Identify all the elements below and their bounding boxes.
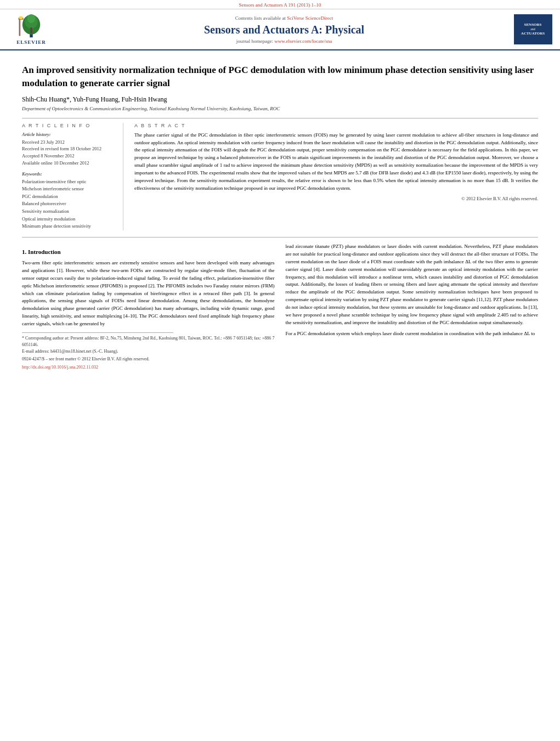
sensors-logo: SENSORS and ACTUATORS [514,14,552,44]
journal-top-bar: Sensors and Actuators A 191 (2013) 1–10 [0,0,560,9]
article-info-col: A R T I C L E I N F O Article history: R… [22,123,123,230]
body-col-left: 1. Introduction Two-arm fiber optic inte… [22,243,275,371]
abstract-heading: A B S T R A C T [134,123,538,128]
footnote-star: * Corresponding author at: Present addre… [22,335,275,348]
abstract-text: The phase carrier signal of the PGC demo… [134,132,538,193]
journal-banner: ELSEVIER Contents lists available at Sci… [0,9,560,50]
received-revised-date: Received in revised form 18 October 2012 [22,145,116,152]
footnote-divider [22,332,173,333]
contents-line: Contents lists available at SciVerse Sci… [235,15,333,21]
info-abstract-row: A R T I C L E I N F O Article history: R… [22,123,538,230]
journal-homepage: journal homepage: www.elsevier.com/locat… [236,38,332,44]
abstract-col: A B S T R A C T The phase carrier signal… [134,123,538,230]
history-label: Article history: [22,132,116,137]
body-col2-para1: lead zirconate titanate (PZT) phase modu… [286,243,539,327]
keywords-section: Keywords: Polarization-insensitive fiber… [22,171,116,230]
keywords-label: Keywords: [22,171,116,177]
received-date: Received 23 July 2012 [22,139,116,146]
keyword-5: Sensitivity normalization [22,208,116,216]
body-col-right: lead zirconate titanate (PZT) phase modu… [286,243,539,371]
svg-rect-4 [30,27,32,33]
divider-1 [22,118,538,118]
paper-title: An improved sensitivity normalization te… [22,64,538,90]
article-info-heading: A R T I C L E I N F O [22,123,116,128]
issn-line: 0924-4247/$ – see front matter © 2012 El… [22,356,275,363]
authors: Shih-Chu Huang*, Yuh-Fung Huang, Fuh-Hsi… [22,95,538,104]
paper-content: An improved sensitivity normalization te… [0,50,560,380]
journal-title: Sensors and Actuators A: Physical [204,23,364,36]
svg-rect-5 [19,19,21,36]
body-col1-para1: Two-arm fiber optic interferometric sens… [22,259,275,328]
accepted-date: Accepted 8 November 2012 [22,152,116,160]
keyword-1: Polarization-insensitive fiber optic [22,178,116,186]
sciverse-link[interactable]: SciVerse ScienceDirect [287,15,333,21]
doi-link[interactable]: http://dx.doi.org/10.1016/j.sna.2012.11.… [22,365,98,370]
body-columns: 1. Introduction Two-arm fiber optic inte… [22,243,538,371]
journal-citation: Sensors and Actuators A 191 (2013) 1–10 [239,2,321,8]
svg-point-3 [27,14,35,23]
elsevier-logo: ELSEVIER [15,14,48,45]
svg-point-7 [19,16,23,19]
elsevier-logo-area: ELSEVIER [7,14,56,45]
divider-2 [22,237,538,237]
keyword-7: Minimum phase detection sensitivity [22,223,116,230]
body-col2-para2: For a PGC demodulation system which empl… [286,330,539,338]
footnote-email: E-mail address: h4431@ms18.hinet.net (S.… [22,348,275,355]
keyword-3: PGC demodulation [22,193,116,201]
journal-banner-right: SENSORS and ACTUATORS [512,14,553,45]
homepage-link[interactable]: www.elsevier.com/locate/sna [274,38,332,44]
keyword-2: Michelson interferometric sensor [22,185,116,193]
available-date: Available online 10 December 2012 [22,160,116,167]
keyword-6: Optical intensity modulation [22,216,116,223]
abstract-copyright: © 2012 Elsevier B.V. All rights reserved… [134,196,538,201]
doi-line: http://dx.doi.org/10.1016/j.sna.2012.11.… [22,364,275,371]
elsevier-tree-icon [15,14,48,38]
elsevier-text: ELSEVIER [16,39,46,45]
keyword-4: Balanced photoreceiver [22,200,116,208]
intro-heading: 1. Introduction [22,247,275,257]
author-affiliation: Department of Optoelectronics & Communic… [22,106,538,111]
journal-banner-center: Contents lists available at SciVerse Sci… [61,14,507,45]
